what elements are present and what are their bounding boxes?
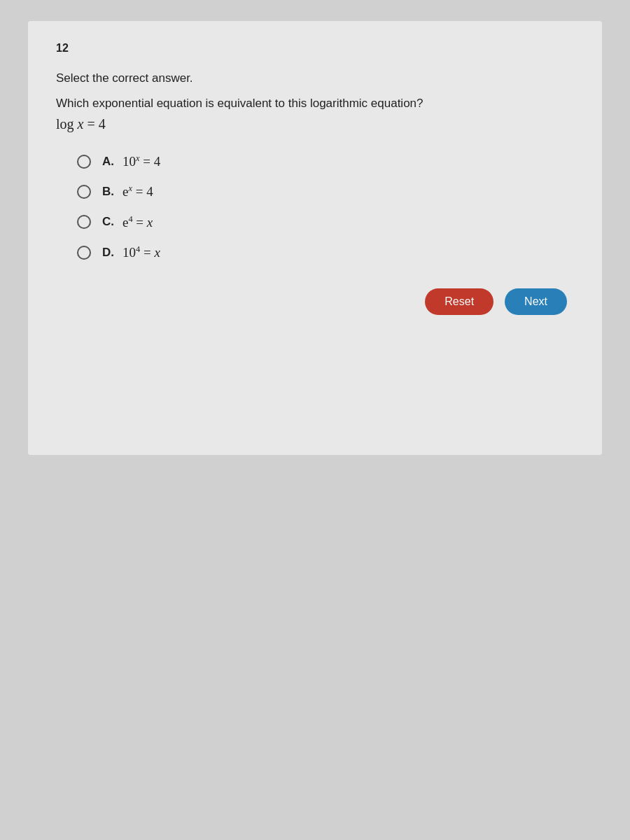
instruction-text: Select the correct answer. — [56, 71, 574, 85]
radio-a[interactable] — [77, 155, 91, 169]
question-number: 12 — [56, 42, 574, 55]
reset-button[interactable]: Reset — [425, 288, 493, 315]
next-button[interactable]: Next — [505, 288, 567, 315]
given-equation: log x = 4 — [56, 116, 574, 132]
option-c-equation: e4 = x — [122, 214, 153, 230]
option-d-equation: 104 = x — [122, 244, 160, 260]
radio-c[interactable] — [77, 215, 91, 229]
option-b-equation: ex = 4 — [122, 183, 153, 200]
option-a[interactable]: A. 10x = 4 — [77, 153, 574, 169]
radio-d[interactable] — [77, 246, 91, 260]
option-c[interactable]: C. e4 = x — [77, 214, 574, 230]
radio-b[interactable] — [77, 185, 91, 199]
option-d-label: D. — [102, 246, 114, 260]
option-a-equation: 10x = 4 — [122, 153, 160, 169]
option-d[interactable]: D. 104 = x — [77, 244, 574, 260]
action-buttons: Reset Next — [56, 288, 574, 315]
option-a-label: A. — [102, 155, 114, 169]
question-card: 12 Select the correct answer. Which expo… — [28, 21, 602, 455]
answer-options: A. 10x = 4 B. ex = 4 C. e4 = x D. 104 = … — [77, 153, 574, 260]
option-b-label: B. — [102, 185, 114, 199]
option-c-label: C. — [102, 215, 114, 229]
question-body: Which exponential equation is equivalent… — [56, 97, 574, 111]
option-b[interactable]: B. ex = 4 — [77, 183, 574, 200]
